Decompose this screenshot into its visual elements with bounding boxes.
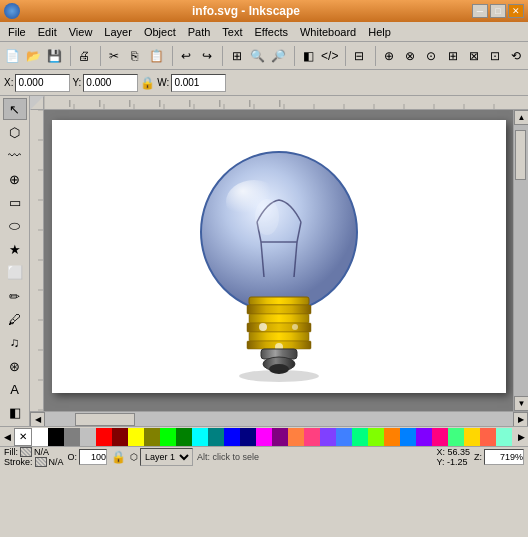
- layer-select[interactable]: Layer 1: [140, 448, 193, 466]
- transform-button[interactable]: ⟲: [506, 44, 526, 68]
- xml-editor-button[interactable]: </>: [320, 44, 340, 68]
- color-swatch-11[interactable]: [208, 428, 224, 446]
- minimize-button[interactable]: ─: [472, 4, 488, 18]
- scroll-down-button[interactable]: ▼: [514, 396, 528, 411]
- color-swatch-5[interactable]: [112, 428, 128, 446]
- menu-item-layer[interactable]: Layer: [98, 24, 138, 40]
- scroll-track-v[interactable]: [514, 125, 528, 396]
- snap2-button[interactable]: ⊗: [400, 44, 420, 68]
- redo-button[interactable]: ↪: [197, 44, 217, 68]
- paste-button[interactable]: 📋: [146, 44, 166, 68]
- color-swatch-25[interactable]: [432, 428, 448, 446]
- color-swatch-6[interactable]: [128, 428, 144, 446]
- zoom-tool[interactable]: ⊕: [3, 168, 27, 190]
- color-swatch-23[interactable]: [400, 428, 416, 446]
- color-swatch-9[interactable]: [176, 428, 192, 446]
- menu-item-path[interactable]: Path: [182, 24, 217, 40]
- no-color-swatch[interactable]: ✕: [14, 428, 32, 446]
- color-swatch-15[interactable]: [272, 428, 288, 446]
- scroll-left-button[interactable]: ◀: [30, 412, 45, 427]
- new-button[interactable]: 📄: [2, 44, 22, 68]
- menu-item-object[interactable]: Object: [138, 24, 182, 40]
- color-swatch-29[interactable]: [496, 428, 512, 446]
- fill-color-box[interactable]: [20, 447, 32, 457]
- cut-button[interactable]: ✂: [104, 44, 124, 68]
- color-swatch-24[interactable]: [416, 428, 432, 446]
- color-swatch-3[interactable]: [80, 428, 96, 446]
- menu-item-view[interactable]: View: [63, 24, 99, 40]
- zoom-fit-button[interactable]: ⊞: [226, 44, 246, 68]
- menu-item-edit[interactable]: Edit: [32, 24, 63, 40]
- save-button[interactable]: 💾: [44, 44, 64, 68]
- open-button[interactable]: 📂: [23, 44, 43, 68]
- zoom-in-button[interactable]: 🔍: [248, 44, 268, 68]
- scroll-right-button[interactable]: ▶: [513, 412, 528, 427]
- color-swatch-22[interactable]: [384, 428, 400, 446]
- color-swatch-12[interactable]: [224, 428, 240, 446]
- pen-tool[interactable]: 🖊: [3, 308, 27, 330]
- snap4-button[interactable]: ⊞: [442, 44, 462, 68]
- pencil-tool[interactable]: ✏: [3, 285, 27, 307]
- menu-item-effects[interactable]: Effects: [249, 24, 294, 40]
- snap6-button[interactable]: ⊡: [485, 44, 505, 68]
- calligraphy-tool[interactable]: ♫: [3, 332, 27, 354]
- color-swatch-26[interactable]: [448, 428, 464, 446]
- color-swatch-14[interactable]: [256, 428, 272, 446]
- fill-stroke-button[interactable]: ◧: [298, 44, 318, 68]
- w-input[interactable]: [171, 74, 226, 92]
- menu-item-help[interactable]: Help: [362, 24, 397, 40]
- color-swatch-17[interactable]: [304, 428, 320, 446]
- tweak-tool[interactable]: 〰: [3, 145, 27, 167]
- rect-tool[interactable]: ▭: [3, 191, 27, 213]
- color-swatch-4[interactable]: [96, 428, 112, 446]
- 3dbox-tool[interactable]: ⬜: [3, 262, 27, 284]
- palette-left-arrow[interactable]: ◀: [0, 427, 14, 447]
- star-tool[interactable]: ★: [3, 238, 27, 260]
- y-input[interactable]: [83, 74, 138, 92]
- print-button[interactable]: 🖨: [74, 44, 94, 68]
- color-swatch-7[interactable]: [144, 428, 160, 446]
- color-swatch-16[interactable]: [288, 428, 304, 446]
- scroll-track-h[interactable]: [45, 412, 513, 427]
- selector-tool[interactable]: ↖: [3, 98, 27, 120]
- maximize-button[interactable]: □: [490, 4, 506, 18]
- scroll-up-button[interactable]: ▲: [514, 110, 528, 125]
- color-swatch-0[interactable]: [32, 428, 48, 446]
- canvas[interactable]: ▲ ▼: [44, 110, 528, 411]
- stroke-color-box[interactable]: [35, 457, 47, 467]
- lock-icon[interactable]: 🔒: [140, 76, 155, 90]
- x-input[interactable]: [15, 74, 70, 92]
- snap5-button[interactable]: ⊠: [464, 44, 484, 68]
- opacity-input[interactable]: [79, 449, 107, 465]
- color-swatch-1[interactable]: [48, 428, 64, 446]
- color-swatch-19[interactable]: [336, 428, 352, 446]
- snap-button[interactable]: ⊕: [379, 44, 399, 68]
- scroll-thumb-h[interactable]: [75, 413, 135, 426]
- align-button[interactable]: ⊟: [349, 44, 369, 68]
- node-tool[interactable]: ⬡: [3, 121, 27, 143]
- snap3-button[interactable]: ⊙: [421, 44, 441, 68]
- color-swatch-28[interactable]: [480, 428, 496, 446]
- color-swatch-20[interactable]: [352, 428, 368, 446]
- color-swatch-27[interactable]: [464, 428, 480, 446]
- zoom-input[interactable]: [484, 449, 524, 465]
- ellipse-tool[interactable]: ⬭: [3, 215, 27, 237]
- bucket-tool[interactable]: ⊛: [3, 355, 27, 377]
- zoom-out-button[interactable]: 🔎: [269, 44, 289, 68]
- palette-right-arrow[interactable]: ▶: [514, 427, 528, 447]
- gradient-tool[interactable]: ◧: [3, 402, 27, 424]
- copy-button[interactable]: ⎘: [125, 44, 145, 68]
- vertical-scrollbar[interactable]: ▲ ▼: [513, 110, 528, 411]
- scroll-thumb-v[interactable]: [515, 130, 526, 180]
- horizontal-scrollbar[interactable]: ◀ ▶: [30, 411, 528, 426]
- text-tool[interactable]: A: [3, 378, 27, 400]
- menu-item-whiteboard[interactable]: Whiteboard: [294, 24, 362, 40]
- layer-arrows[interactable]: ⬡: [130, 452, 138, 462]
- close-button[interactable]: ✕: [508, 4, 524, 18]
- color-swatch-10[interactable]: [192, 428, 208, 446]
- color-swatch-8[interactable]: [160, 428, 176, 446]
- menu-item-file[interactable]: File: [2, 24, 32, 40]
- menu-item-text[interactable]: Text: [216, 24, 248, 40]
- undo-button[interactable]: ↩: [176, 44, 196, 68]
- color-swatch-13[interactable]: [240, 428, 256, 446]
